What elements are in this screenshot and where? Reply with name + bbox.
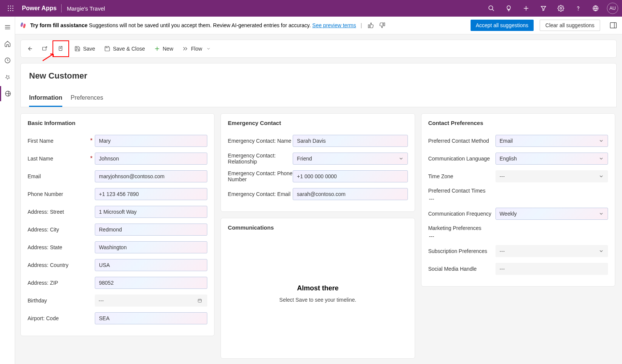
svg-point-0 [8,6,9,7]
svg-line-10 [492,9,494,11]
svg-point-5 [12,8,14,9]
topbar: Power Apps Margie's Travel AU [0,0,622,17]
svg-point-13 [560,8,562,9]
svg-point-3 [8,8,9,9]
lightbulb-icon[interactable] [500,0,517,17]
svg-point-7 [10,10,11,11]
svg-point-1 [10,6,11,7]
svg-point-4 [10,8,11,9]
topbar-actions: AU [483,0,618,17]
share-icon[interactable] [587,0,604,17]
add-icon[interactable] [518,0,534,17]
app-launcher-icon[interactable] [4,2,17,15]
svg-point-9 [489,6,493,10]
help-icon[interactable] [570,0,587,17]
svg-point-8 [12,10,14,11]
svg-point-14 [578,10,579,10]
environment-name: Margie's Travel [62,5,110,12]
svg-point-2 [12,6,14,7]
avatar[interactable]: AU [607,3,618,14]
search-icon[interactable] [483,0,500,17]
app-title: Power Apps [17,5,61,12]
svg-point-6 [8,10,9,11]
filter-icon[interactable] [535,0,552,17]
gear-icon[interactable] [553,0,569,17]
